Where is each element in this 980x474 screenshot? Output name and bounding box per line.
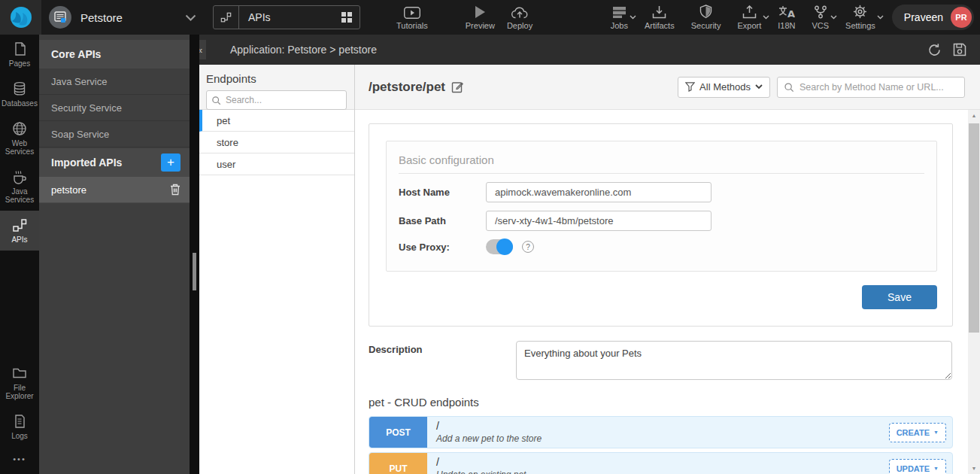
endpoints-title: Endpoints xyxy=(206,72,347,85)
more-options-icon[interactable]: ••• xyxy=(0,447,39,474)
rail-item-java-services[interactable]: Java Services xyxy=(0,163,39,211)
i18n-button[interactable]: A I18N xyxy=(778,5,795,30)
rail-item-web-services[interactable]: Web Services xyxy=(0,114,39,163)
user-menu[interactable]: Praveen PR xyxy=(892,5,974,30)
download-icon xyxy=(652,5,666,19)
upload-icon xyxy=(742,5,757,19)
rail-item-file-explorer[interactable]: File Explorer xyxy=(0,359,39,407)
apis-node-icon xyxy=(214,6,239,29)
description-field[interactable]: Everything about your Pets xyxy=(516,341,952,380)
caret-down-icon: ▼ xyxy=(933,430,939,435)
folder-icon xyxy=(12,366,27,381)
rail-item-apis[interactable]: APIs xyxy=(0,211,39,251)
edit-path-button[interactable] xyxy=(451,81,464,93)
jobs-icon xyxy=(612,5,627,19)
sidebar-item-petstore[interactable]: petstore xyxy=(39,177,190,203)
basic-configuration-panel: Basic configuration Host Name Base Path xyxy=(386,141,937,272)
sidebar-scrollbar-thumb[interactable] xyxy=(193,253,196,290)
jobs-menu[interactable]: Jobs xyxy=(611,5,628,30)
search-icon xyxy=(784,82,794,93)
page-title: /petstore/pet xyxy=(369,80,445,95)
method-search-input[interactable] xyxy=(799,82,958,93)
scroll-down-arrow[interactable]: ▼ xyxy=(968,466,980,471)
top-bar-right-actions: Jobs Artifacts Security Export xyxy=(611,5,875,30)
sidebar-item-soap-service[interactable]: Soap Service xyxy=(39,121,190,147)
filter-icon xyxy=(685,82,695,92)
artifacts-button[interactable]: Artifacts xyxy=(645,5,675,30)
save-icon[interactable] xyxy=(953,43,966,57)
content-scrollbar: ▲ ▼ xyxy=(968,110,980,474)
base-path-field[interactable] xyxy=(486,211,711,231)
save-button[interactable]: Save xyxy=(862,285,937,309)
scroll-up-arrow[interactable]: ▲ xyxy=(968,113,980,118)
endpoints-search-input[interactable] xyxy=(226,95,341,105)
left-icon-rail: Pages Databases Web Services Java Servic… xyxy=(0,35,39,474)
sidebar-item-security-service[interactable]: Security Service xyxy=(39,95,190,121)
host-name-field[interactable] xyxy=(486,182,711,202)
help-icon: ? xyxy=(522,241,534,253)
translate-icon: A xyxy=(778,5,795,19)
add-api-button[interactable]: + xyxy=(161,153,181,172)
avatar: PR xyxy=(951,7,972,28)
chevron-down-icon xyxy=(185,14,196,21)
top-bar: Petstore APIs Tutorials Preview xyxy=(0,0,980,35)
preview-button[interactable]: Preview xyxy=(466,5,495,30)
settings-menu[interactable]: Settings xyxy=(845,5,875,30)
refresh-icon[interactable] xyxy=(927,43,942,57)
description-label: Description xyxy=(369,341,516,380)
endpoint-description: Add a new pet to the store xyxy=(436,433,889,444)
endpoint-item-user[interactable]: user xyxy=(199,153,354,175)
use-proxy-toggle[interactable] xyxy=(486,239,513,254)
content-scrollbar-thumb[interactable] xyxy=(969,123,979,333)
rail-item-logs[interactable]: Logs xyxy=(0,407,39,447)
endpoint-row-put[interactable]: PUT / Update an existing pet UPDATE ▼ xyxy=(369,452,953,474)
sidebar-scrollbar xyxy=(190,35,199,474)
main-area: « Application: Petstore > petstore Endpo… xyxy=(199,35,980,474)
endpoint-item-pet[interactable]: pet xyxy=(199,110,354,132)
page-icon xyxy=(12,41,27,56)
export-menu[interactable]: Export xyxy=(737,5,761,30)
deploy-button[interactable]: Deploy xyxy=(507,5,532,30)
apis-node-icon xyxy=(12,217,27,232)
tutorials-icon xyxy=(404,5,420,19)
workspace-label: APIs xyxy=(248,11,341,23)
endpoint-path: / xyxy=(436,456,889,468)
wave-logo-icon xyxy=(8,5,34,30)
trash-icon[interactable] xyxy=(170,184,181,196)
breadcrumb-bar: « Application: Petstore > petstore xyxy=(199,35,980,65)
endpoint-item-store[interactable]: store xyxy=(199,132,354,153)
endpoints-panel: Endpoints pet store xyxy=(199,65,355,474)
endpoint-description: Update an existing pet xyxy=(436,469,889,474)
shield-icon xyxy=(699,5,712,19)
create-action-button[interactable]: CREATE ▼ xyxy=(889,423,946,442)
chevron-down-icon xyxy=(830,15,837,20)
tutorials-button[interactable]: Tutorials xyxy=(396,5,428,30)
endpoints-search[interactable] xyxy=(206,90,347,110)
apis-sidebar: Core APIs Java Service Security Service … xyxy=(39,35,190,474)
update-action-button[interactable]: UPDATE ▼ xyxy=(889,459,946,474)
host-name-label: Host Name xyxy=(399,187,486,198)
git-branch-icon xyxy=(814,5,827,19)
endpoint-row-post[interactable]: POST / Add a new pet to the store CREATE… xyxy=(369,416,953,448)
method-badge: POST xyxy=(369,417,427,448)
endpoint-config-content: Basic configuration Host Name Base Path xyxy=(355,110,968,474)
chevron-down-icon xyxy=(877,15,884,20)
method-filter-dropdown[interactable]: All Methods xyxy=(678,77,770,98)
workspace-selector[interactable]: APIs xyxy=(213,5,360,29)
gear-icon xyxy=(853,5,867,19)
wavemaker-logo[interactable] xyxy=(0,0,41,35)
method-badge: PUT xyxy=(369,453,427,474)
project-name: Petstore xyxy=(80,11,185,24)
coffee-cup-icon xyxy=(12,169,27,184)
sidebar-item-java-service[interactable]: Java Service xyxy=(39,68,190,95)
base-path-label: Base Path xyxy=(399,215,486,226)
vcs-menu[interactable]: VCS xyxy=(812,5,829,30)
rail-item-pages[interactable]: Pages xyxy=(0,35,39,74)
project-selector[interactable]: Petstore xyxy=(49,6,196,29)
rail-item-databases[interactable]: Databases xyxy=(0,74,39,114)
cloud-upload-icon xyxy=(511,5,528,19)
imported-apis-header: Imported APIs + xyxy=(39,148,190,177)
chevron-down-icon xyxy=(763,15,769,20)
security-button[interactable]: Security xyxy=(691,5,721,30)
method-search[interactable] xyxy=(777,77,965,98)
